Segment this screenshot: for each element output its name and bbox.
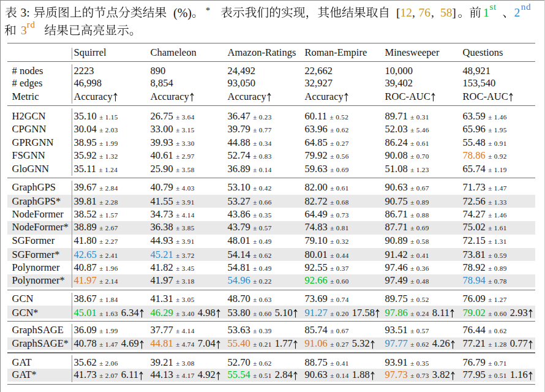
svg-text:1: 1 (483, 6, 489, 19)
svg-text:76: 76 (419, 6, 431, 19)
svg-text:3:: 3: (21, 6, 30, 19)
svg-text:]: ] (452, 6, 456, 19)
svg-text:,: , (431, 6, 434, 19)
svg-text:(%): (%) (173, 6, 192, 20)
svg-text:3: 3 (21, 24, 27, 37)
svg-text:2: 2 (514, 6, 521, 19)
svg-text:nd: nd (521, 2, 532, 12)
svg-text:58: 58 (440, 6, 453, 19)
svg-text:*: * (206, 6, 211, 15)
svg-text:st: st (489, 2, 497, 12)
svg-text:12: 12 (400, 6, 413, 19)
svg-text:,: , (412, 6, 415, 19)
svg-text:rd: rd (27, 20, 36, 29)
